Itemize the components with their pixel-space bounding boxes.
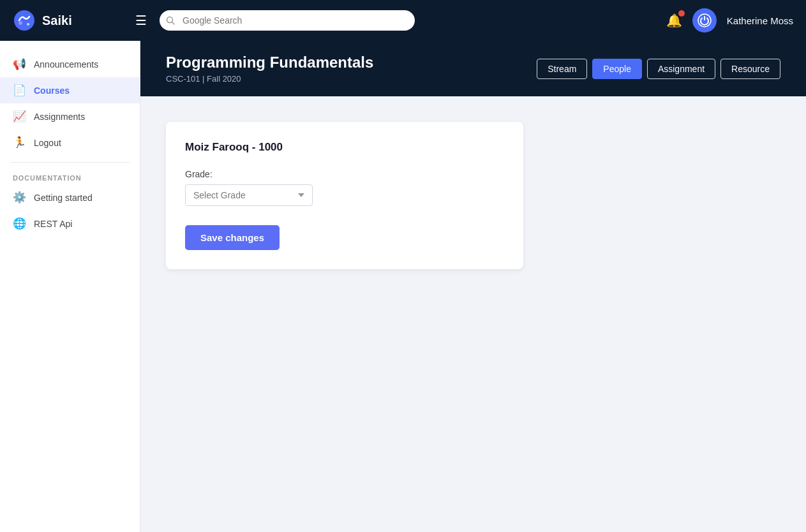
notification-button[interactable]: 🔔: [666, 13, 682, 28]
course-info: Programming Fundamentals CSC-101 | Fall …: [166, 54, 373, 84]
sidebar-item-courses[interactable]: 📄 Courses: [0, 77, 140, 103]
content-area: Moiz Farooq - 1000 Grade: Select Grade A…: [140, 96, 806, 532]
main-content: Programming Fundamentals CSC-101 | Fall …: [140, 41, 806, 532]
assignments-icon: 📈: [13, 110, 26, 123]
avatar-icon: [698, 13, 712, 27]
courses-icon: 📄: [13, 84, 26, 97]
saiki-logo-icon: [13, 9, 36, 32]
svg-point-1: [19, 21, 22, 25]
sidebar-item-assignments[interactable]: 📈 Assignments: [0, 103, 140, 129]
sidebar: 📢 Announcements 📄 Courses 📈 Assignments …: [0, 41, 140, 532]
announcements-icon: 📢: [13, 57, 26, 71]
course-nav: Stream People Assignment Resource: [537, 59, 780, 79]
card-title: Moiz Farooq - 1000: [185, 141, 504, 154]
svg-point-0: [14, 10, 34, 31]
top-header: Saiki ☰ 🔔 Katherine Moss: [0, 0, 806, 41]
layout: 📢 Announcements 📄 Courses 📈 Assignments …: [0, 41, 806, 532]
tab-people[interactable]: People: [592, 59, 642, 79]
logo-area: Saiki ☰: [13, 9, 147, 32]
logo-text: Saiki: [42, 13, 72, 28]
sidebar-item-logout[interactable]: 🏃 Logout: [0, 129, 140, 156]
tab-stream[interactable]: Stream: [537, 59, 587, 79]
logout-icon: 🏃: [13, 136, 26, 149]
sidebar-item-label: Getting started: [34, 193, 93, 203]
svg-point-2: [27, 23, 29, 26]
sidebar-item-label: Courses: [34, 85, 70, 96]
user-name: Katherine Moss: [727, 15, 793, 26]
tab-assignment[interactable]: Assignment: [647, 59, 715, 79]
docs-section-label: DOCUMENTATION: [0, 169, 140, 184]
getting-started-icon: ⚙️: [13, 191, 26, 204]
sidebar-divider: [10, 162, 130, 163]
grade-select[interactable]: Select Grade AA-B+BB-C+CC-DF: [185, 184, 313, 206]
sidebar-item-label: Logout: [34, 138, 61, 148]
grade-form-card: Moiz Farooq - 1000 Grade: Select Grade A…: [166, 122, 523, 269]
sidebar-item-getting-started[interactable]: ⚙️ Getting started: [0, 184, 140, 211]
course-subtitle: CSC-101 | Fall 2020: [166, 74, 373, 84]
header-right: 🔔 Katherine Moss: [666, 8, 793, 33]
sidebar-item-rest-api[interactable]: 🌐 REST Api: [0, 211, 140, 237]
course-title: Programming Fundamentals: [166, 54, 373, 71]
notification-badge: [678, 10, 685, 17]
hamburger-menu-icon[interactable]: ☰: [135, 13, 147, 28]
sidebar-item-label: Assignments: [34, 112, 85, 122]
sidebar-item-label: Announcements: [34, 59, 98, 70]
avatar: [692, 8, 717, 33]
save-changes-button[interactable]: Save changes: [185, 225, 280, 250]
sidebar-item-announcements[interactable]: 📢 Announcements: [0, 51, 140, 77]
search-input[interactable]: [160, 10, 415, 31]
svg-line-4: [172, 22, 175, 25]
grade-label: Grade:: [185, 169, 504, 179]
tab-resource[interactable]: Resource: [720, 59, 780, 79]
rest-api-icon: 🌐: [13, 217, 26, 230]
course-header: Programming Fundamentals CSC-101 | Fall …: [140, 41, 806, 96]
search-bar: [160, 10, 415, 31]
search-icon: [166, 16, 175, 25]
sidebar-item-label: REST Api: [34, 219, 72, 229]
